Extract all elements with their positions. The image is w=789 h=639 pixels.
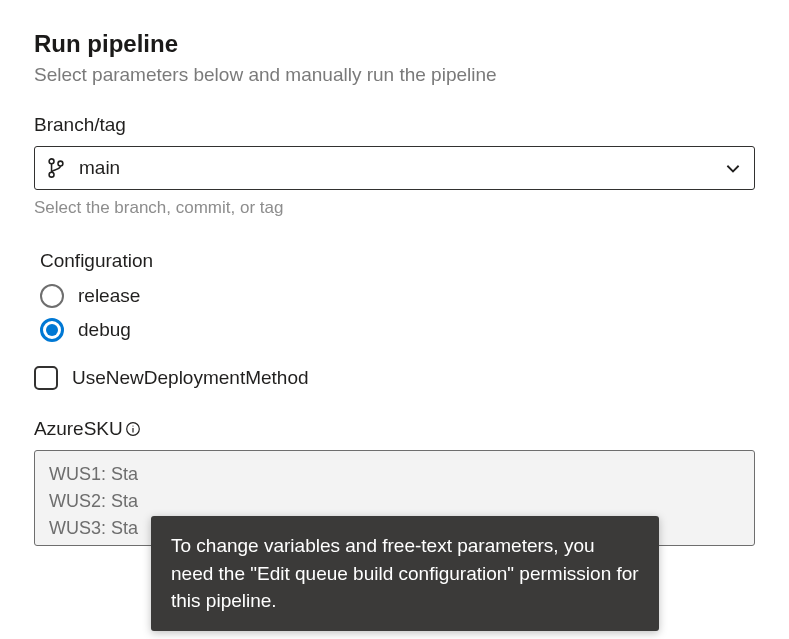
dialog-title: Run pipeline [34,30,755,58]
use-new-deployment-checkbox[interactable]: UseNewDeploymentMethod [34,366,755,390]
radio-circle-icon [40,284,64,308]
use-new-deployment-label: UseNewDeploymentMethod [72,367,309,389]
checkbox-box-icon [34,366,58,390]
configuration-label: Configuration [40,250,755,272]
chevron-down-icon [724,159,742,177]
radio-debug-label: debug [78,319,131,341]
radio-circle-selected-icon [40,318,64,342]
svg-point-2 [58,161,63,166]
azure-sku-line: WUS2: Sta [49,488,740,515]
info-icon[interactable] [125,421,141,437]
radio-release[interactable]: release [40,284,755,308]
branch-helper: Select the branch, commit, or tag [34,198,755,218]
svg-point-0 [49,159,54,164]
branch-value: main [79,157,724,179]
radio-debug[interactable]: debug [40,318,755,342]
permission-tooltip: To change variables and free-text parame… [151,516,659,631]
branch-dropdown[interactable]: main [34,146,755,190]
branch-label: Branch/tag [34,114,755,136]
branch-icon [47,158,65,178]
azure-sku-label: AzureSKU [34,418,123,440]
radio-release-label: release [78,285,140,307]
azure-sku-line: WUS1: Sta [49,461,740,488]
svg-point-4 [132,425,133,426]
svg-point-1 [49,172,54,177]
dialog-subtitle: Select parameters below and manually run… [34,64,755,86]
